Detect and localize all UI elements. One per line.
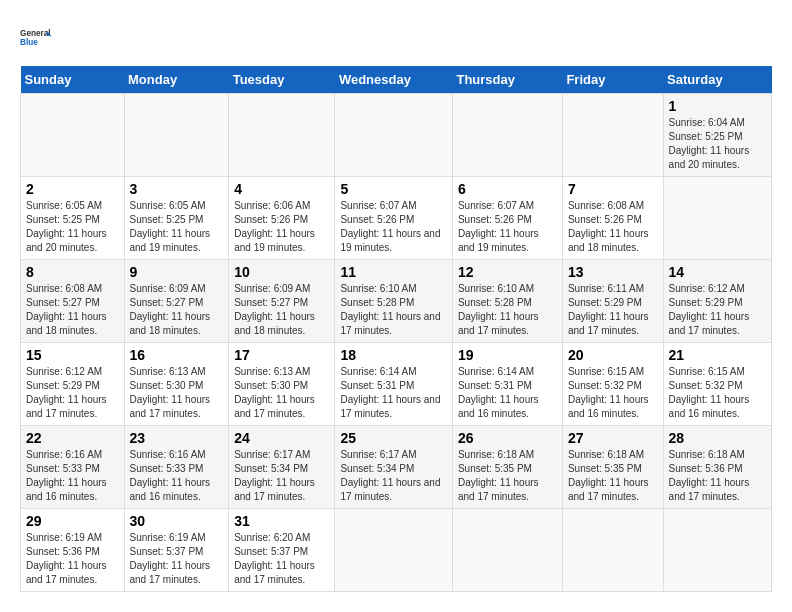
day-number: 18 (340, 347, 447, 363)
day-number: 9 (130, 264, 224, 280)
calendar-cell: 27Sunrise: 6:18 AMSunset: 5:35 PMDayligh… (562, 426, 663, 509)
day-number: 2 (26, 181, 119, 197)
calendar-cell (21, 94, 125, 177)
day-number: 31 (234, 513, 329, 529)
day-info: Sunrise: 6:16 AMSunset: 5:33 PMDaylight:… (130, 448, 224, 504)
calendar-cell: 22Sunrise: 6:16 AMSunset: 5:33 PMDayligh… (21, 426, 125, 509)
day-number: 4 (234, 181, 329, 197)
calendar-cell: 13Sunrise: 6:11 AMSunset: 5:29 PMDayligh… (562, 260, 663, 343)
calendar-cell (229, 94, 335, 177)
calendar-cell: 10Sunrise: 6:09 AMSunset: 5:27 PMDayligh… (229, 260, 335, 343)
day-number: 1 (669, 98, 766, 114)
day-info: Sunrise: 6:13 AMSunset: 5:30 PMDaylight:… (130, 365, 224, 421)
calendar-cell: 11Sunrise: 6:10 AMSunset: 5:28 PMDayligh… (335, 260, 453, 343)
calendar-cell: 31Sunrise: 6:20 AMSunset: 5:37 PMDayligh… (229, 509, 335, 592)
calendar-cell: 7Sunrise: 6:08 AMSunset: 5:26 PMDaylight… (562, 177, 663, 260)
day-number: 13 (568, 264, 658, 280)
day-info: Sunrise: 6:07 AMSunset: 5:26 PMDaylight:… (340, 199, 447, 255)
day-number: 14 (669, 264, 766, 280)
day-number: 27 (568, 430, 658, 446)
calendar-cell: 29Sunrise: 6:19 AMSunset: 5:36 PMDayligh… (21, 509, 125, 592)
day-info: Sunrise: 6:16 AMSunset: 5:33 PMDaylight:… (26, 448, 119, 504)
day-info: Sunrise: 6:08 AMSunset: 5:27 PMDaylight:… (26, 282, 119, 338)
calendar-row: 29Sunrise: 6:19 AMSunset: 5:36 PMDayligh… (21, 509, 772, 592)
day-info: Sunrise: 6:05 AMSunset: 5:25 PMDaylight:… (130, 199, 224, 255)
logo-icon: GeneralBlue (20, 20, 56, 56)
day-info: Sunrise: 6:15 AMSunset: 5:32 PMDaylight:… (669, 365, 766, 421)
calendar-row: 8Sunrise: 6:08 AMSunset: 5:27 PMDaylight… (21, 260, 772, 343)
day-info: Sunrise: 6:14 AMSunset: 5:31 PMDaylight:… (340, 365, 447, 421)
day-info: Sunrise: 6:09 AMSunset: 5:27 PMDaylight:… (130, 282, 224, 338)
day-number: 7 (568, 181, 658, 197)
day-number: 23 (130, 430, 224, 446)
calendar-row: 22Sunrise: 6:16 AMSunset: 5:33 PMDayligh… (21, 426, 772, 509)
day-info: Sunrise: 6:12 AMSunset: 5:29 PMDaylight:… (26, 365, 119, 421)
calendar-cell (335, 509, 453, 592)
day-number: 20 (568, 347, 658, 363)
calendar-cell: 17Sunrise: 6:13 AMSunset: 5:30 PMDayligh… (229, 343, 335, 426)
day-info: Sunrise: 6:13 AMSunset: 5:30 PMDaylight:… (234, 365, 329, 421)
day-info: Sunrise: 6:08 AMSunset: 5:26 PMDaylight:… (568, 199, 658, 255)
col-header-thursday: Thursday (452, 66, 562, 94)
calendar-cell (335, 94, 453, 177)
col-header-friday: Friday (562, 66, 663, 94)
col-header-tuesday: Tuesday (229, 66, 335, 94)
col-header-monday: Monday (124, 66, 229, 94)
calendar-cell (452, 94, 562, 177)
day-number: 25 (340, 430, 447, 446)
calendar-cell: 2Sunrise: 6:05 AMSunset: 5:25 PMDaylight… (21, 177, 125, 260)
day-info: Sunrise: 6:17 AMSunset: 5:34 PMDaylight:… (234, 448, 329, 504)
calendar-cell: 6Sunrise: 6:07 AMSunset: 5:26 PMDaylight… (452, 177, 562, 260)
day-number: 3 (130, 181, 224, 197)
day-number: 6 (458, 181, 557, 197)
calendar-cell: 20Sunrise: 6:15 AMSunset: 5:32 PMDayligh… (562, 343, 663, 426)
day-number: 19 (458, 347, 557, 363)
col-header-saturday: Saturday (663, 66, 771, 94)
day-info: Sunrise: 6:18 AMSunset: 5:35 PMDaylight:… (458, 448, 557, 504)
day-info: Sunrise: 6:14 AMSunset: 5:31 PMDaylight:… (458, 365, 557, 421)
calendar-cell: 18Sunrise: 6:14 AMSunset: 5:31 PMDayligh… (335, 343, 453, 426)
calendar-row: 1Sunrise: 6:04 AMSunset: 5:25 PMDaylight… (21, 94, 772, 177)
calendar-row: 15Sunrise: 6:12 AMSunset: 5:29 PMDayligh… (21, 343, 772, 426)
day-info: Sunrise: 6:18 AMSunset: 5:36 PMDaylight:… (669, 448, 766, 504)
day-number: 24 (234, 430, 329, 446)
calendar-cell: 5Sunrise: 6:07 AMSunset: 5:26 PMDaylight… (335, 177, 453, 260)
col-header-wednesday: Wednesday (335, 66, 453, 94)
calendar-cell: 19Sunrise: 6:14 AMSunset: 5:31 PMDayligh… (452, 343, 562, 426)
day-number: 26 (458, 430, 557, 446)
day-info: Sunrise: 6:07 AMSunset: 5:26 PMDaylight:… (458, 199, 557, 255)
calendar-row: 2Sunrise: 6:05 AMSunset: 5:25 PMDaylight… (21, 177, 772, 260)
day-info: Sunrise: 6:09 AMSunset: 5:27 PMDaylight:… (234, 282, 329, 338)
day-info: Sunrise: 6:19 AMSunset: 5:37 PMDaylight:… (130, 531, 224, 587)
calendar-cell: 25Sunrise: 6:17 AMSunset: 5:34 PMDayligh… (335, 426, 453, 509)
day-info: Sunrise: 6:05 AMSunset: 5:25 PMDaylight:… (26, 199, 119, 255)
calendar-cell: 30Sunrise: 6:19 AMSunset: 5:37 PMDayligh… (124, 509, 229, 592)
calendar-cell: 1Sunrise: 6:04 AMSunset: 5:25 PMDaylight… (663, 94, 771, 177)
calendar-cell: 26Sunrise: 6:18 AMSunset: 5:35 PMDayligh… (452, 426, 562, 509)
day-number: 22 (26, 430, 119, 446)
day-number: 12 (458, 264, 557, 280)
col-header-sunday: Sunday (21, 66, 125, 94)
calendar-cell (452, 509, 562, 592)
logo: GeneralBlue (20, 20, 56, 56)
day-number: 11 (340, 264, 447, 280)
calendar-table: SundayMondayTuesdayWednesdayThursdayFrid… (20, 66, 772, 592)
day-info: Sunrise: 6:04 AMSunset: 5:25 PMDaylight:… (669, 116, 766, 172)
svg-text:Blue: Blue (20, 38, 38, 47)
day-number: 16 (130, 347, 224, 363)
day-number: 28 (669, 430, 766, 446)
calendar-cell (562, 94, 663, 177)
calendar-cell: 15Sunrise: 6:12 AMSunset: 5:29 PMDayligh… (21, 343, 125, 426)
calendar-cell: 4Sunrise: 6:06 AMSunset: 5:26 PMDaylight… (229, 177, 335, 260)
day-number: 8 (26, 264, 119, 280)
day-info: Sunrise: 6:10 AMSunset: 5:28 PMDaylight:… (340, 282, 447, 338)
svg-text:General: General (20, 29, 51, 38)
day-info: Sunrise: 6:19 AMSunset: 5:36 PMDaylight:… (26, 531, 119, 587)
day-number: 10 (234, 264, 329, 280)
day-info: Sunrise: 6:10 AMSunset: 5:28 PMDaylight:… (458, 282, 557, 338)
calendar-cell: 9Sunrise: 6:09 AMSunset: 5:27 PMDaylight… (124, 260, 229, 343)
day-number: 21 (669, 347, 766, 363)
calendar-cell: 8Sunrise: 6:08 AMSunset: 5:27 PMDaylight… (21, 260, 125, 343)
day-info: Sunrise: 6:20 AMSunset: 5:37 PMDaylight:… (234, 531, 329, 587)
calendar-cell: 28Sunrise: 6:18 AMSunset: 5:36 PMDayligh… (663, 426, 771, 509)
